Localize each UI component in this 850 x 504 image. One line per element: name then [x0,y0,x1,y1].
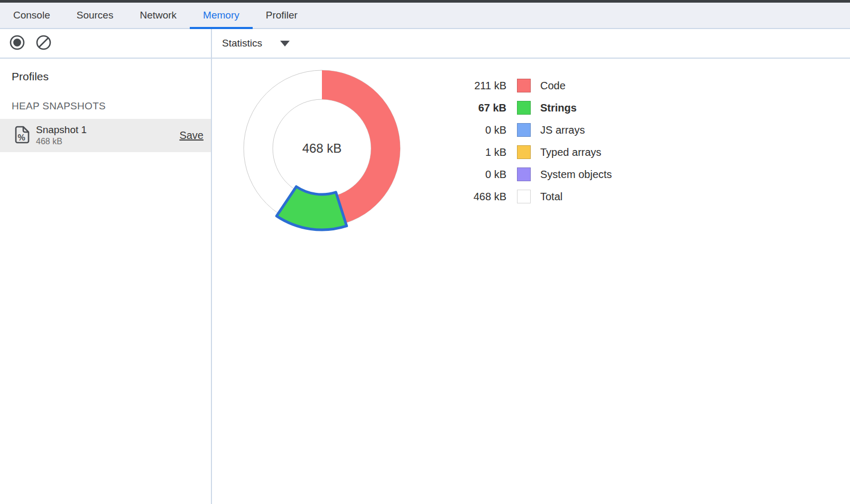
sidebar-item-snapshot-1[interactable]: % Snapshot 1 468 kB Save [0,119,211,152]
legend-label: JS arrays [540,124,585,136]
snapshot-size: 468 kB [36,137,179,146]
devtools-memory-panel: Console Sources Network Memory Profiler [0,0,850,504]
save-snapshot-link[interactable]: Save [179,129,204,142]
heap-statistics-donut-chart [237,64,406,233]
tab-memory[interactable]: Memory [190,3,253,28]
sidebar-title: Profiles [12,70,211,83]
tab-network[interactable]: Network [126,3,190,28]
sidebar-divider[interactable] [211,29,212,504]
heap-snapshots-heading: HEAP SNAPSHOTS [12,100,211,112]
legend-value: 211 kB [454,80,506,92]
legend-row-js-arrays[interactable]: 0 kB JS arrays [454,119,612,141]
js-arrays-color-swatch [517,123,531,137]
snapshot-name: Snapshot 1 [36,124,179,136]
legend-row-typed-arrays[interactable]: 1 kB Typed arrays [454,141,612,163]
devtools-tab-bar: Console Sources Network Memory Profiler [0,3,850,29]
svg-text:%: % [18,133,25,142]
view-toolbar: Statistics [211,29,850,58]
record-icon [9,34,25,53]
perspective-select-value: Statistics [222,38,262,49]
system-objects-color-swatch [517,167,531,181]
legend-row-strings[interactable]: 67 kB Strings [454,97,612,119]
legend-value: 67 kB [454,102,506,114]
total-color-swatch [517,190,531,203]
heap-statistics-legend: 211 kB Code 67 kB Strings 0 kB JS arrays… [454,74,612,208]
record-heap-snapshot-button[interactable] [8,35,25,52]
legend-label: Typed arrays [540,146,602,158]
legend-value: 0 kB [454,169,506,181]
tab-sources[interactable]: Sources [63,3,127,28]
tab-console[interactable]: Console [0,3,63,28]
code-color-swatch [517,79,531,92]
legend-row-code[interactable]: 211 kB Code [454,74,612,97]
typed-arrays-color-swatch [517,145,531,159]
legend-value: 1 kB [454,146,506,158]
tab-profiler[interactable]: Profiler [253,3,311,28]
snapshot-meta: Snapshot 1 468 kB [36,124,179,146]
legend-row-system-objects[interactable]: 0 kB System objects [454,163,612,185]
legend-row-total[interactable]: 468 kB Total [454,185,612,208]
legend-label: Strings [540,102,577,114]
legend-value: 0 kB [454,124,506,136]
chevron-down-icon [280,41,290,46]
donut-inner-outline [273,99,371,198]
heap-snapshot-file-icon: % [15,126,30,146]
clear-icon [35,34,52,53]
profiles-toolbar [0,29,211,58]
legend-label: Total [540,191,562,203]
legend-label: System objects [540,169,612,181]
perspective-select[interactable]: Statistics [222,38,290,49]
legend-value: 468 kB [454,191,506,203]
pie-slice-strings[interactable] [276,186,347,230]
profiles-sidebar: Profiles HEAP SNAPSHOTS % Snapshot 1 468… [0,60,211,504]
clear-profiles-button[interactable] [35,35,52,52]
strings-color-swatch [517,101,531,115]
legend-label: Code [540,80,566,92]
memory-toolbar: Statistics [0,29,850,59]
